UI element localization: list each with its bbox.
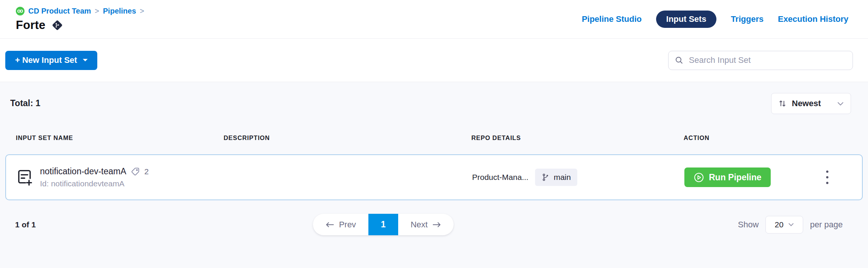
- breadcrumb-separator: >: [140, 7, 144, 15]
- tab-pipeline-studio[interactable]: Pipeline Studio: [582, 14, 642, 24]
- total-count-label: Total: 1: [10, 93, 40, 108]
- input-sets-page: CD Product Team > Pipelines > Forte: [0, 0, 868, 268]
- page-size-controls: Show 20 per page: [738, 216, 843, 233]
- show-label: Show: [738, 220, 759, 230]
- input-set-icon: [17, 168, 33, 186]
- caret-down-icon: [82, 58, 88, 62]
- page-header: CD Product Team > Pipelines > Forte: [0, 0, 868, 39]
- sort-arrows-icon: [778, 99, 787, 108]
- page-title: Forte: [16, 18, 46, 32]
- cd-module-icon: [16, 7, 25, 15]
- next-label: Next: [411, 220, 428, 230]
- pagination-summary: 1 of 1: [15, 220, 36, 229]
- row-name-cell: notification-dev-teamA 2 Id: notificatio…: [17, 166, 224, 188]
- tab-input-sets[interactable]: Input Sets: [656, 11, 716, 28]
- search-icon: [675, 56, 684, 65]
- breadcrumb-link-project[interactable]: CD Product Team: [28, 7, 91, 15]
- arrow-left-icon: [325, 222, 334, 228]
- play-circle-icon: [694, 172, 704, 183]
- title-row: Forte: [16, 18, 144, 32]
- repo-name: Product-Mana...: [472, 173, 528, 182]
- pipeline-tabs: Pipeline Studio Input Sets Triggers Exec…: [582, 11, 848, 28]
- column-header-action: ACTION: [684, 134, 863, 142]
- run-pipeline-label: Run Pipeline: [709, 172, 761, 183]
- table-header-row: INPUT SET NAME DESCRIPTION REPO DETAILS …: [5, 134, 863, 148]
- input-set-name: notification-dev-teamA: [40, 166, 126, 177]
- toolbar: + New Input Set: [0, 39, 868, 82]
- branch-name: main: [554, 173, 571, 182]
- row-action-cell: Run Pipeline: [684, 167, 862, 187]
- input-set-id: Id: notificationdevteamA: [40, 179, 149, 188]
- search-box[interactable]: [668, 51, 853, 70]
- row-repo-cell: Product-Mana... main: [472, 169, 684, 186]
- header-left: CD Product Team > Pipelines > Forte: [16, 7, 144, 32]
- list-body: Total: 1 Newest INPUT SET NAME DESCRIPTI…: [0, 82, 868, 267]
- tab-triggers[interactable]: Triggers: [731, 14, 764, 24]
- page-size-value: 20: [774, 220, 783, 229]
- arrow-right-icon: [432, 222, 441, 228]
- column-header-repo: REPO DETAILS: [471, 134, 684, 142]
- page-size-select[interactable]: 20: [765, 216, 803, 233]
- breadcrumb: CD Product Team > Pipelines >: [16, 7, 144, 15]
- tag-count: 2: [144, 167, 149, 176]
- sort-selected-value: Newest: [792, 99, 832, 108]
- git-branch-icon: [541, 173, 549, 181]
- next-page-button[interactable]: Next: [398, 214, 454, 235]
- row-name-lines: notification-dev-teamA 2 Id: notificatio…: [40, 166, 149, 188]
- tag-icon: [131, 167, 140, 176]
- input-set-row[interactable]: notification-dev-teamA 2 Id: notificatio…: [5, 154, 863, 200]
- tab-execution-history[interactable]: Execution History: [778, 14, 848, 24]
- page-number-active[interactable]: 1: [368, 214, 398, 235]
- per-page-label: per page: [810, 220, 843, 230]
- git-repo-icon: [52, 20, 63, 31]
- column-header-name: INPUT SET NAME: [16, 134, 224, 142]
- chevron-down-icon: [837, 102, 844, 106]
- run-pipeline-button[interactable]: Run Pipeline: [684, 168, 771, 187]
- row-name-line: notification-dev-teamA 2: [40, 166, 149, 177]
- chevron-down-icon: [788, 223, 794, 227]
- new-input-set-label: + New Input Set: [15, 55, 77, 65]
- row-menu-kebab-icon[interactable]: [824, 167, 831, 187]
- pagination-pill: Prev 1 Next: [313, 214, 454, 235]
- prev-page-button[interactable]: Prev: [313, 214, 368, 235]
- breadcrumb-link-pipelines[interactable]: Pipelines: [103, 7, 136, 15]
- prev-label: Prev: [339, 220, 356, 230]
- sort-dropdown[interactable]: Newest: [771, 93, 851, 114]
- pagination-row: 1 of 1 Prev 1 Next: [0, 214, 868, 235]
- search-input[interactable]: [689, 55, 847, 65]
- breadcrumb-separator: >: [95, 7, 99, 15]
- column-header-description: DESCRIPTION: [224, 134, 471, 142]
- total-row: Total: 1 Newest: [0, 82, 868, 114]
- new-input-set-button[interactable]: + New Input Set: [5, 51, 97, 70]
- branch-chip: main: [535, 169, 577, 186]
